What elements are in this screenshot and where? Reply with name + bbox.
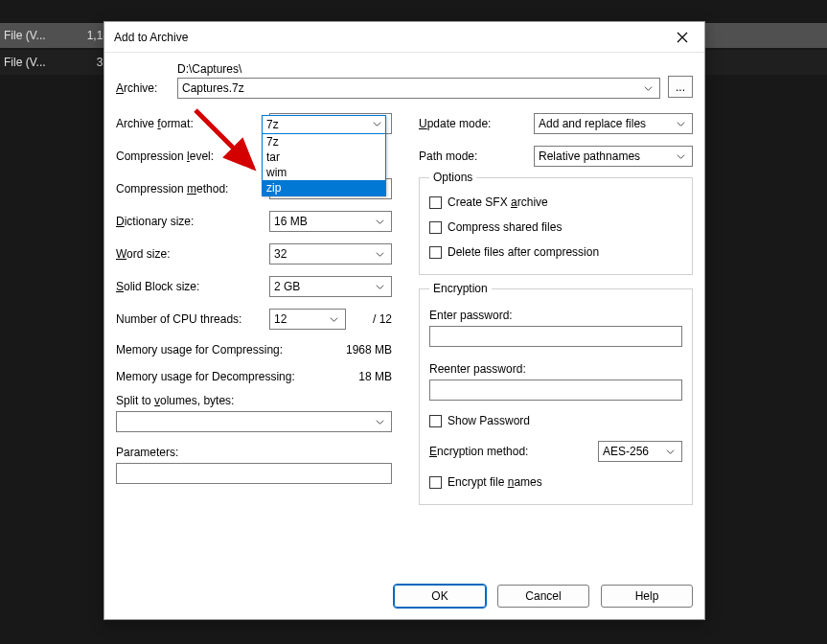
chevron-down-icon (673, 152, 688, 161)
archive-label: Archive: (116, 81, 170, 99)
right-column: Update mode: Add and replace files Path … (419, 112, 693, 505)
show-password-checkbox[interactable] (429, 415, 442, 427)
split-volumes-combo[interactable] (116, 411, 392, 432)
chevron-down-icon (373, 118, 381, 131)
archive-path: D:\Captures\ (177, 62, 660, 76)
word-size-select[interactable]: 32 (269, 243, 392, 264)
chevron-down-icon (640, 84, 655, 93)
solid-block-label: Solid Block size: (116, 280, 269, 293)
chevron-down-icon (372, 218, 387, 226)
compression-method-label: Compression method: (116, 182, 269, 196)
titlebar: Add to Archive (104, 22, 704, 53)
chevron-down-icon (662, 448, 678, 456)
reenter-password-input[interactable] (429, 380, 682, 401)
encrypt-names-checkbox[interactable] (429, 476, 442, 489)
cpu-threads-max: / 12 (346, 312, 392, 326)
parameters-label: Parameters: (116, 446, 392, 459)
close-button[interactable] (660, 23, 704, 52)
encryption-legend: Encryption (429, 282, 492, 295)
encryption-method-select[interactable]: AES-256 (598, 441, 682, 462)
show-password-label: Show Password (448, 414, 530, 427)
chevron-down-icon (372, 283, 387, 291)
mem-compress-value: 1968 MB (346, 343, 392, 356)
sfx-checkbox[interactable] (429, 196, 442, 209)
solid-block-select[interactable]: 2 GB (269, 276, 392, 297)
format-option-tar[interactable]: tar (263, 150, 385, 165)
dictionary-size-label: Dictionary size: (116, 215, 269, 228)
encryption-method-label: Encryption method: (429, 445, 588, 458)
format-option-7z[interactable]: 7z (263, 134, 385, 150)
mem-decompress-label: Memory usage for Decompressing: (116, 370, 295, 383)
encrypt-names-label: Encrypt file names (448, 475, 542, 489)
reenter-password-label: Reenter password: (429, 362, 682, 376)
enter-password-label: Enter password: (429, 309, 682, 322)
archive-file-combo[interactable]: Captures.7z (177, 78, 660, 99)
options-legend: Options (429, 171, 476, 184)
chevron-down-icon (326, 315, 341, 324)
chevron-down-icon (372, 418, 387, 426)
add-to-archive-dialog: Add to Archive Archive: D:\Captures\ Cap… (103, 21, 705, 620)
enter-password-input[interactable] (429, 326, 682, 347)
ok-button[interactable]: OK (394, 585, 486, 608)
format-option-zip[interactable]: zip (263, 180, 385, 196)
chevron-down-icon (372, 250, 387, 259)
cancel-button[interactable]: Cancel (497, 585, 589, 608)
update-mode-label: Update mode: (419, 117, 526, 130)
delete-after-label: Delete files after compression (448, 245, 599, 259)
close-icon (677, 32, 688, 43)
browse-button[interactable]: ... (668, 76, 693, 98)
sfx-label: Create SFX archive (448, 196, 548, 209)
cpu-threads-select[interactable]: 12 (269, 309, 346, 330)
archive-format-dropdown[interactable]: 7z 7z tar wim zip (262, 115, 386, 196)
shared-label: Compress shared files (448, 220, 562, 234)
word-size-label: Word size: (116, 247, 269, 261)
path-mode-label: Path mode: (419, 150, 526, 163)
encryption-group: Encryption Enter password: Reenter passw… (419, 288, 693, 505)
split-volumes-label: Split to volumes, bytes: (116, 394, 392, 407)
mem-compress-label: Memory usage for Compressing: (116, 343, 283, 356)
dialog-title: Add to Archive (114, 31, 188, 44)
parameters-input[interactable] (116, 463, 392, 484)
compression-level-label: Compression level: (116, 150, 269, 163)
format-option-wim[interactable]: wim (263, 165, 385, 180)
chevron-down-icon (673, 120, 688, 128)
update-mode-select[interactable]: Add and replace files (534, 113, 693, 134)
dictionary-size-select[interactable]: 16 MB (269, 211, 392, 232)
help-button[interactable]: Help (601, 585, 693, 608)
archive-format-label: Archive format: (116, 117, 269, 130)
delete-after-checkbox[interactable] (429, 246, 442, 259)
path-mode-select[interactable]: Relative pathnames (534, 146, 693, 167)
options-group: Options Create SFX archive Compress shar… (419, 177, 693, 275)
mem-decompress-value: 18 MB (358, 370, 392, 383)
shared-checkbox[interactable] (429, 221, 442, 234)
cpu-threads-label: Number of CPU threads: (116, 312, 269, 326)
